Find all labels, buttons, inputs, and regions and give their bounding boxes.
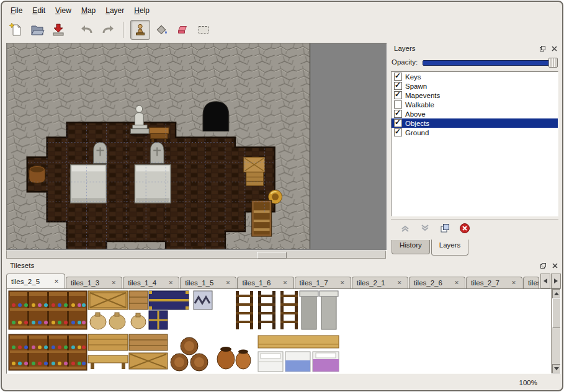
menu-layer[interactable]: Layer	[101, 4, 129, 17]
stamp-tool-button[interactable]	[130, 20, 150, 40]
map-horizontal-scrollbar[interactable]	[6, 251, 386, 259]
delete-layer-button[interactable]	[457, 221, 473, 236]
fill-tool-button[interactable]	[151, 20, 171, 40]
close-tab-icon[interactable]	[53, 278, 60, 285]
tileset-tab[interactable]: tiles_2_6	[409, 277, 465, 288]
map-cave-entrance	[203, 102, 229, 131]
layer-row[interactable]: Above	[392, 109, 558, 118]
up-arrow-icon	[554, 292, 559, 295]
opacity-slider-handle[interactable]	[548, 58, 558, 68]
layer-name: Keys	[405, 73, 421, 81]
tab-layers[interactable]: Layers	[431, 239, 469, 256]
layer-visibility-checkbox[interactable]	[394, 91, 402, 99]
menu-file[interactable]: File	[6, 4, 27, 17]
layers-dock: Layers Opacity: Keys	[389, 43, 562, 258]
tileset-tab[interactable]: tiles_2_5	[6, 274, 65, 288]
map-canvas[interactable]	[6, 43, 387, 251]
stamp-tool-icon	[133, 22, 148, 37]
down-arrow-icon	[554, 367, 559, 370]
scroll-down-button[interactable]	[552, 364, 561, 373]
tileset-tab[interactable]: tiles_1_7	[295, 277, 351, 288]
tileset-tab[interactable]: tiles_1_3	[66, 277, 122, 288]
app-window: File Edit View Map Layer Help	[1, 1, 563, 391]
scroll-tabs-left-button[interactable]	[540, 274, 550, 288]
map-canvas-image	[7, 43, 385, 249]
undo-icon	[79, 22, 94, 37]
redo-icon	[101, 22, 115, 37]
toolbar	[6, 18, 558, 42]
layer-name: Spawn	[405, 82, 427, 90]
new-file-button[interactable]	[6, 20, 26, 40]
tileset-tab-label: tiles_1_6	[242, 279, 271, 287]
tileset-tab-label: tiles_2_1	[357, 279, 385, 287]
layer-row[interactable]: Spawn	[392, 81, 558, 91]
close-tab-icon[interactable]	[282, 279, 289, 287]
close-dock-button[interactable]	[550, 45, 559, 53]
menubar: File Edit View Map Layer Help	[6, 4, 558, 17]
tileset-scrollbar-handle[interactable]	[552, 298, 561, 328]
opacity-row: Opacity:	[392, 56, 558, 68]
layer-visibility-checkbox[interactable]	[394, 82, 402, 90]
tileset-tab[interactable]: tiles_1_5	[180, 277, 236, 288]
tilesets-dock: Tilesets tiles_2_5 tiles_1_3 tiles_1_4 t…	[5, 260, 562, 375]
close-tab-icon[interactable]	[110, 279, 117, 287]
tileset-view[interactable]	[6, 288, 561, 374]
tileset-tab[interactable]: tiles_1_4	[123, 277, 179, 288]
menu-help[interactable]: Help	[129, 4, 154, 17]
tileset-tab-label: tiles_	[528, 279, 539, 287]
layer-name: Ground	[405, 129, 429, 136]
close-dock-button[interactable]	[550, 262, 560, 270]
close-tab-icon[interactable]	[167, 279, 174, 287]
close-tab-icon[interactable]	[510, 279, 517, 287]
menu-view[interactable]: View	[50, 4, 76, 17]
save-button[interactable]	[48, 20, 68, 40]
map-platform	[135, 164, 171, 203]
layer-row[interactable]: Walkable	[392, 100, 558, 109]
layer-visibility-checkbox[interactable]	[394, 100, 402, 109]
menu-edit[interactable]: Edit	[27, 4, 50, 17]
layer-row[interactable]: Keys	[392, 72, 558, 81]
open-folder-icon	[30, 22, 45, 37]
opacity-label: Opacity:	[392, 58, 423, 66]
menu-map[interactable]: Map	[76, 4, 101, 17]
open-file-button[interactable]	[27, 20, 47, 40]
opacity-slider-groove	[423, 60, 557, 66]
tileset-vertical-scrollbar[interactable]	[551, 289, 560, 373]
tileset-tab[interactable]: tiles_1_6	[237, 277, 293, 288]
move-layer-down-button[interactable]	[417, 221, 433, 236]
tileset-tab[interactable]: tiles_2_1	[352, 277, 408, 288]
float-dock-button[interactable]	[538, 45, 547, 53]
close-tab-icon[interactable]	[453, 279, 460, 287]
layer-visibility-checkbox[interactable]	[394, 110, 402, 118]
duplicate-layer-icon	[439, 223, 450, 234]
close-tab-icon[interactable]	[396, 279, 403, 287]
redo-button[interactable]	[98, 20, 118, 40]
rect-select-tool-button[interactable]	[194, 20, 213, 40]
tileset-tab[interactable]: tiles_	[523, 277, 539, 288]
layer-visibility-checkbox[interactable]	[394, 119, 402, 127]
close-icon	[551, 45, 558, 52]
new-file-icon	[9, 22, 24, 37]
eraser-tool-button[interactable]	[172, 20, 192, 40]
undo-button[interactable]	[77, 20, 97, 40]
layer-row[interactable]: Objects	[392, 118, 558, 128]
duplicate-layer-button[interactable]	[437, 221, 453, 236]
close-tab-icon[interactable]	[339, 279, 346, 287]
scroll-up-button[interactable]	[552, 289, 561, 298]
close-tab-icon[interactable]	[224, 279, 231, 287]
layer-row[interactable]: Mapevents	[392, 91, 558, 100]
layer-row[interactable]: Ground	[392, 128, 558, 137]
map-scrollbar-handle[interactable]	[257, 252, 287, 259]
eraser-tool-icon	[175, 22, 190, 37]
layer-name: Above	[405, 110, 426, 118]
float-dock-button[interactable]	[539, 262, 548, 270]
scroll-tabs-right-button[interactable]	[551, 274, 561, 288]
move-layer-up-button[interactable]	[397, 221, 413, 236]
screenshot-stage: File Edit View Map Layer Help	[0, 0, 564, 392]
tab-history[interactable]: History	[392, 240, 430, 254]
layer-visibility-checkbox[interactable]	[394, 128, 402, 136]
layer-visibility-checkbox[interactable]	[394, 73, 402, 81]
tileset-tab[interactable]: tiles_2_7	[466, 277, 522, 288]
opacity-slider[interactable]	[423, 57, 558, 67]
tileset-tab-label: tiles_1_5	[185, 279, 213, 287]
